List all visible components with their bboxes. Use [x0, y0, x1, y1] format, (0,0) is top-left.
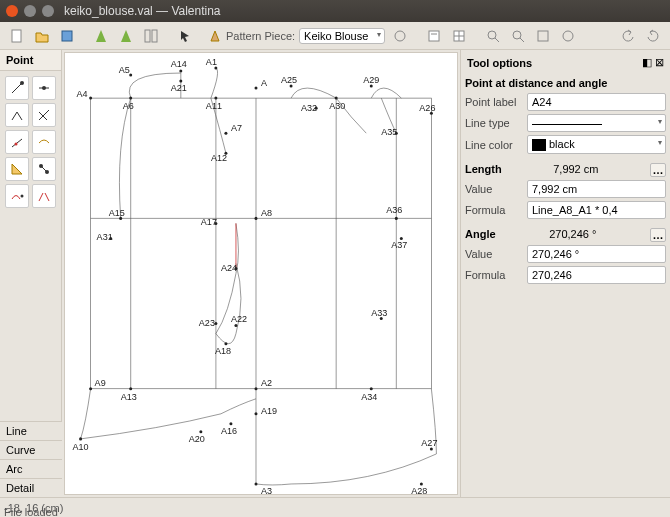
length-summary: 7,992 cm: [553, 163, 598, 177]
tool-green2-button[interactable]: [115, 26, 137, 46]
new-file-button[interactable]: [6, 26, 28, 46]
tool-options-panel: Tool options ◧ ⊠ Point at distance and a…: [460, 50, 670, 497]
svg-text:A19: A19: [261, 406, 277, 416]
length-value-input[interactable]: 7,992 cm: [527, 180, 666, 198]
svg-line-16: [12, 83, 22, 93]
left-category-tabs: Line Curve Arc Detail: [0, 421, 62, 497]
svg-text:A27: A27: [421, 438, 437, 448]
line-color-label: Line color: [465, 139, 523, 151]
panel-close-icon[interactable]: ⊠: [655, 56, 664, 68]
tool-point-9[interactable]: [5, 184, 29, 208]
pointer-tool-button[interactable]: [174, 26, 196, 46]
svg-text:A4: A4: [77, 89, 88, 99]
svg-point-10: [488, 31, 496, 39]
svg-text:A10: A10: [73, 442, 89, 452]
redo-button[interactable]: [642, 26, 664, 46]
svg-text:A37: A37: [391, 240, 407, 250]
pattern-piece-settings-button[interactable]: [389, 26, 411, 46]
window-maximize-button[interactable]: [42, 5, 54, 17]
svg-text:A24: A24: [221, 263, 237, 273]
svg-point-20: [15, 143, 18, 146]
pattern-piece-combo[interactable]: Keiko Blouse: [299, 28, 385, 44]
svg-point-35: [89, 97, 92, 100]
svg-point-41: [179, 70, 182, 73]
window-minimize-button[interactable]: [24, 5, 36, 17]
svg-text:A35: A35: [381, 127, 397, 137]
point-label-input[interactable]: A24: [527, 93, 666, 111]
tool-point-3[interactable]: [5, 103, 29, 127]
history-button[interactable]: [423, 26, 445, 46]
tab-curve[interactable]: Curve: [0, 440, 62, 459]
svg-line-13: [520, 38, 524, 42]
svg-point-47: [214, 97, 217, 100]
svg-point-19: [42, 86, 46, 90]
line-type-label: Line type: [465, 117, 523, 129]
length-expand-button[interactable]: …: [650, 163, 666, 177]
zoom-original-button[interactable]: [557, 26, 579, 46]
svg-text:A34: A34: [361, 392, 377, 402]
tool-green1-button[interactable]: [90, 26, 112, 46]
svg-rect-2: [145, 30, 150, 42]
line-color-combo[interactable]: black: [527, 135, 666, 154]
tool-section-point[interactable]: Point: [0, 50, 61, 71]
svg-text:A16: A16: [221, 426, 237, 436]
svg-text:A20: A20: [189, 434, 205, 444]
tool-point-8[interactable]: [32, 157, 56, 181]
pattern-piece-icon: [208, 29, 222, 43]
drawing-canvas[interactable]: A4 A6 A5 A14 A21 A1 A11 A7 A12 A A25 A32…: [64, 52, 458, 495]
svg-text:A21: A21: [171, 83, 187, 93]
length-formula-label: Formula: [465, 204, 523, 216]
svg-text:A36: A36: [386, 205, 402, 215]
zoom-out-button[interactable]: [507, 26, 529, 46]
length-formula-input[interactable]: Line_A8_A1 * 0,4: [527, 201, 666, 219]
svg-text:A18: A18: [215, 346, 231, 356]
tab-arc[interactable]: Arc: [0, 459, 62, 478]
svg-line-11: [495, 38, 499, 42]
table-button[interactable]: [448, 26, 470, 46]
svg-text:A22: A22: [231, 314, 247, 324]
svg-line-23: [41, 166, 47, 172]
tool-point-5[interactable]: [5, 130, 29, 154]
tool-point-4[interactable]: [32, 103, 56, 127]
main-toolbar: Pattern Piece: Keiko Blouse: [0, 22, 670, 50]
svg-rect-14: [538, 31, 548, 41]
angle-formula-input[interactable]: 270,246: [527, 266, 666, 284]
tab-detail[interactable]: Detail: [0, 478, 62, 497]
svg-text:A28: A28: [411, 486, 427, 494]
angle-value-input[interactable]: 270,246 °: [527, 245, 666, 263]
svg-text:A23: A23: [199, 318, 215, 328]
tool-point-10[interactable]: [32, 184, 56, 208]
svg-rect-0: [12, 30, 21, 42]
svg-line-25: [39, 193, 43, 201]
svg-point-17: [20, 81, 24, 85]
open-file-button[interactable]: [31, 26, 53, 46]
panel-undock-icon[interactable]: ◧: [642, 56, 652, 68]
svg-text:A32: A32: [301, 103, 317, 113]
svg-point-12: [513, 31, 521, 39]
svg-text:A31: A31: [97, 232, 113, 242]
svg-text:A7: A7: [231, 123, 242, 133]
layout-button[interactable]: [140, 26, 162, 46]
svg-point-107: [254, 482, 257, 485]
zoom-fit-button[interactable]: [532, 26, 554, 46]
save-file-button[interactable]: [56, 26, 78, 46]
window-title: keiko_blouse.val — Valentina: [64, 4, 221, 18]
svg-text:A8: A8: [261, 208, 272, 218]
tool-point-1[interactable]: [5, 76, 29, 100]
line-type-combo[interactable]: [527, 114, 666, 132]
angle-expand-button[interactable]: …: [650, 228, 666, 242]
tool-point-6[interactable]: [32, 130, 56, 154]
svg-text:A17: A17: [201, 217, 217, 227]
tool-point-7[interactable]: [5, 157, 29, 181]
window-close-button[interactable]: [6, 5, 18, 17]
svg-rect-3: [152, 30, 157, 42]
undo-button[interactable]: [617, 26, 639, 46]
svg-text:A14: A14: [171, 59, 187, 69]
length-group-label: Length: [465, 163, 502, 177]
tab-line[interactable]: Line: [0, 421, 62, 440]
svg-text:A29: A29: [363, 75, 379, 85]
zoom-in-button[interactable]: [482, 26, 504, 46]
tool-point-2[interactable]: [32, 76, 56, 100]
svg-point-59: [335, 97, 338, 100]
angle-formula-label: Formula: [465, 269, 523, 281]
